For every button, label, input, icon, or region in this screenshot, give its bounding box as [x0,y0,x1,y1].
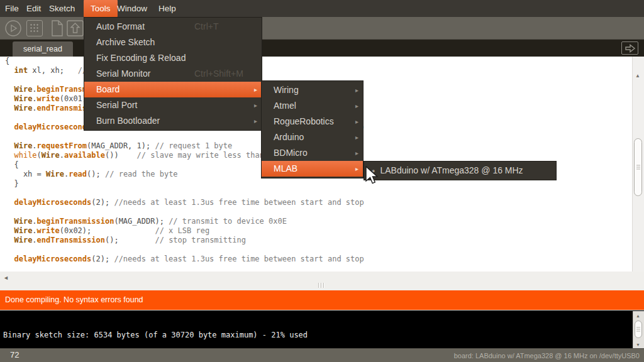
status-message: Done compiling. No syntax errors found [5,295,143,304]
menubar-item-window[interactable]: Window [112,0,152,17]
menu-item-label: Arduino [274,132,304,142]
mouse-cursor [365,166,380,189]
menu-item-label: LABduino w/ ATmega328 @ 16 MHz [380,165,523,175]
menu-item-fix-encoding-reload[interactable]: Fix Encoding & Reload [84,50,262,66]
menu-item-wiring[interactable]: Wiring▸ [262,82,363,98]
menu-item-label: Serial Port [96,100,137,110]
menu-item-archive-sketch[interactable]: Archive Sketch [84,35,262,50]
console-output: Binary sketch size: 6534 bytes (of a 307… [3,331,308,339]
code-line: Wire.beginTransmission(MAG_ADDR); // tra… [0,217,632,226]
console-scroll-thumb[interactable] [635,321,642,338]
code-line [0,207,632,217]
grip-icon [636,326,640,333]
tab-serial-read[interactable]: serial_read [13,41,73,57]
menu-item-roguerobotics[interactable]: RogueRobotics▸ [262,114,363,129]
menu-item-label: Fix Encoding & Reload [96,53,186,63]
menu-item-arduino[interactable]: Arduino▸ [262,129,363,145]
menu-item-atmel[interactable]: Atmel▸ [262,98,363,114]
menubar-item-edit[interactable]: Edit [21,0,46,17]
menu-item-label: Auto Format [96,21,145,31]
code-line: } [0,179,632,189]
code-line: delayMicroseconds(2); //needs at least 1… [0,255,632,264]
grip-icon [636,164,640,171]
menu-item-burn-bootloader[interactable]: Burn Bootloader▸ [84,113,262,129]
menu-item-bdmicro[interactable]: BDMicro▸ [262,145,363,161]
submenu-arrow-icon: ▸ [355,161,358,177]
board-info: board: LABduino w/ ATmega328 @ 16 MHz on… [454,352,640,359]
submenu-arrow-icon: ▸ [254,82,257,97]
menu-item-mlab[interactable]: MLAB▸ [262,161,363,177]
new-sketch-button[interactable] [50,19,65,37]
splitter-handle-icon[interactable] [318,283,325,288]
menu-item-label: Burn Bootloader [96,116,160,126]
grid-icon [30,23,40,33]
scroll-down-icon[interactable]: ▼ [636,343,640,347]
menu-item-board[interactable]: Board▸ [84,82,262,97]
tab-menu-button[interactable] [621,41,638,55]
menu-item-label: Board [96,84,119,94]
menu-item-label: Wiring [274,85,299,95]
verify-button[interactable] [4,19,23,38]
editor-bottom-strip: ◄ [0,272,644,290]
menu-item-label: MLAB [274,163,297,173]
editor-vertical-scrollbar[interactable]: ▲ [632,57,644,272]
menu-item-serial-monitor[interactable]: Serial MonitorCtrl+Shift+M [84,66,262,82]
menubar-item-help[interactable]: Help [153,0,181,17]
shortcut-label: Ctrl+T [194,19,219,35]
stop-button[interactable] [26,20,43,36]
code-line [0,189,632,198]
code-line: Wire.write(0x02); // x LSB reg [0,226,632,236]
open-sketch-button[interactable] [67,20,84,36]
submenu-arrow-icon: ▸ [355,129,358,145]
submenu-arrow-icon: ▸ [355,82,358,98]
submenu-arrow-icon: ▸ [355,98,358,114]
menu-item-serial-port[interactable]: Serial Port▸ [84,97,262,113]
console-scrollbar[interactable]: ▲ ▼ [633,311,644,349]
footer-status-bar: 72 board: LABduino w/ ATmega328 @ 16 MHz… [0,348,644,362]
menu-item-labduino-w-atmega328-16-mhz[interactable]: ●LABduino w/ ATmega328 @ 16 MHz [364,163,556,178]
scroll-up-icon[interactable]: ▲ [635,73,640,79]
mlab-submenu: ●LABduino w/ ATmega328 @ 16 MHz [364,161,557,180]
menu-item-label: RogueRobotics [274,116,334,126]
scroll-up-icon[interactable]: ▲ [636,314,640,318]
editor-scroll-thumb[interactable] [634,138,642,196]
menu-item-label: Atmel [274,101,296,111]
board-submenu: Wiring▸Atmel▸RogueRobotics▸Arduino▸BDMic… [261,80,364,178]
code-line [0,245,632,255]
submenu-arrow-icon: ▸ [254,113,257,129]
console: Binary sketch size: 6534 bytes (of a 307… [0,310,644,348]
submenu-arrow-icon: ▸ [355,114,358,129]
status-bar: Done compiling. No syntax errors found [0,290,644,310]
shortcut-label: Ctrl+Shift+M [194,66,243,82]
menu-item-label: BDMicro [274,148,308,158]
submenu-arrow-icon: ▸ [355,145,358,161]
right-arrow-icon [623,43,637,53]
scroll-left-icon[interactable]: ◄ [3,275,9,281]
menu-item-auto-format[interactable]: Auto FormatCtrl+T [84,19,262,35]
line-number: 72 [10,350,19,359]
menubar-item-sketch[interactable]: Sketch [44,0,80,17]
menu-item-label: Archive Sketch [96,37,155,47]
menu-item-label: Serial Monitor [96,69,150,79]
code-line: delayMicroseconds(2); //needs at least 1… [0,198,632,207]
menubar-item-file[interactable]: File [0,0,24,17]
submenu-arrow-icon: ▸ [254,97,257,113]
code-line: Wire.endTransmission(); // stop transmit… [0,236,632,245]
tools-menu: Auto FormatCtrl+TArchive SketchFix Encod… [84,17,262,131]
menubar: FileEditSketchToolsWindowHelp [0,0,644,17]
